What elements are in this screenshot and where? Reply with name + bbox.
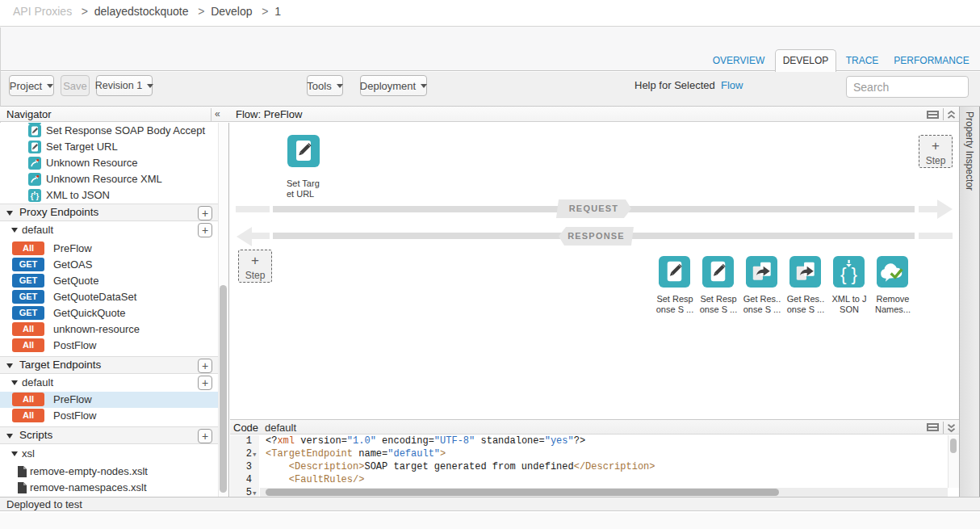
svg-text:{: { xyxy=(31,191,34,200)
svg-text:}: } xyxy=(852,264,858,284)
svg-text:}: } xyxy=(36,191,40,200)
svg-text:{: { xyxy=(840,264,847,284)
